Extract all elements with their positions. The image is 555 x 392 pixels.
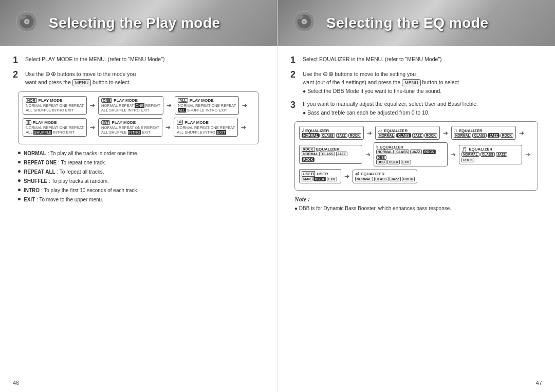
eq-eq2-title: EQUALIZER	[469, 147, 492, 152]
right-step-1: 1 Select EQUALIZER in the MENU. (refer t…	[290, 55, 542, 65]
mode-card-all: ALL PLAY MODE NORMAL REPEAT ONE REPEATAL…	[175, 96, 239, 115]
exit-title: PLAY MODE	[184, 120, 209, 125]
page-container: Selecting the Play mode 1 Select PLAY MO…	[0, 0, 555, 392]
bullet-dot-repeat-one	[18, 161, 21, 163]
left-step-1: 1 Select PLAY MODE in the MENU. (refer t…	[13, 55, 264, 65]
eq-row-1: ♩ EQUALIZER NORMAL CLASS JAZZ ROCK ➔	[299, 126, 533, 140]
bullet-dot-repeat-all	[18, 170, 21, 173]
eq-arrow-1: ➔	[367, 129, 372, 137]
bullet-normal: NORMAL : To play all the tracks in order…	[18, 150, 259, 158]
nor-badge: NOR	[26, 98, 37, 103]
left-content: 1 Select PLAY MODE in the MENU. (refer t…	[0, 46, 277, 213]
bullet-text-shuffle: SHUFFLE : To play tracks at random.	[24, 177, 109, 185]
bullet-dot-exit	[18, 198, 21, 200]
mode-card-shuffle: S PLAY MODE NORMAL REPEAT ONE REPEATALL …	[23, 118, 87, 137]
one-title: PLAY MODE	[114, 98, 138, 103]
eq-card-eq2: 🎵 EQUALIZER NORMAL CLASS JAZZ ROCK	[459, 145, 522, 164]
arrow-1: ➔	[90, 102, 95, 109]
mode-card-nor: NOR PLAY MODE NORMAL REPEAT ONE REPEATAL…	[23, 96, 87, 115]
right-step-2: 2 Use the ⊖ ⊕ buttons to move to the set…	[290, 70, 542, 95]
right-step-2-content: Use the ⊖ ⊕ buttons to move to the setti…	[303, 70, 460, 95]
bullet-exit: EXIT : To move to the upper menu.	[18, 196, 259, 204]
mode-card-one: ONE PLAY MODE NORMAL REPEAT ONE REPEATAL…	[98, 96, 163, 115]
right-banner-title: Selecting the EQ mode	[326, 15, 488, 31]
note-text: ● DBB is for Dynamic Bass Booster, which…	[294, 206, 538, 211]
right-step-3: 3 If you want to manually adjust the equ…	[290, 100, 542, 116]
nor-labels: NORMAL REPEAT ONE REPEATALL SHUFFLE INTR…	[26, 103, 84, 113]
eq-user-title: USER	[317, 172, 328, 176]
s-title: PLAY MODE	[33, 120, 57, 125]
eq-class-labels: NORMAL CLASS JAZZ ROCK	[378, 133, 437, 138]
one-badge: ONE	[101, 98, 112, 103]
s-badge: S	[26, 120, 31, 125]
eq-dbb-labels2: DBB USER EXIT	[376, 160, 445, 164]
right-content: 1 Select EQUALIZER in the MENU. (refer t…	[278, 46, 555, 219]
eq-rock-labels: NORMAL CLASS JAZZ ROCK	[302, 152, 360, 162]
right-banner: Selecting the EQ mode	[278, 0, 555, 46]
cd-icon	[15, 10, 41, 36]
bullet-dot-intro	[18, 189, 21, 191]
bullet-shuffle: SHUFFLE : To play tracks at random.	[18, 177, 259, 185]
bullet-dot-shuffle	[18, 179, 21, 182]
eq-dbb-title: EQUALIZER	[380, 145, 403, 150]
eq-rock-title: EQUALIZER	[316, 147, 340, 152]
diagram-row-2: S PLAY MODE NORMAL REPEAT ONE REPEATALL …	[23, 118, 254, 137]
right-step-1-num: 1	[290, 55, 299, 65]
svg-point-3	[26, 21, 28, 23]
bullet-list: NORMAL : To play all the tracks in order…	[18, 150, 259, 204]
step-1-text: Select PLAY MODE in the MENU. (refer to …	[25, 55, 264, 63]
eq-arrow-6: ➔	[525, 151, 530, 158]
bullet-dot-normal	[18, 152, 21, 154]
eq-class-title: EQUALIZER	[384, 128, 408, 133]
bullet-text-intro: INTRO : To play the first 10 seconds of …	[24, 186, 138, 195]
exit-badge: ⏎	[177, 120, 183, 125]
left-banner-title: Selecting the Play mode	[49, 15, 220, 31]
note-title: Note :	[294, 196, 538, 203]
right-page-num: 47	[536, 380, 542, 386]
mode-card-exit: ⏎ PLAY MODE NORMAL REPEAT ONE REPEATALL …	[174, 118, 238, 137]
mode-card-int: INT PLAY MODE NORMAL REPEAT ONE REPEATAL…	[98, 118, 162, 137]
one-labels: NORMAL REPEAT ONE REPEATALL SHUFFLE INTR…	[101, 103, 160, 113]
right-step-3-text: If you want to manually adjust the equal…	[303, 100, 478, 108]
right-step-3-content: If you want to manually adjust the equal…	[303, 100, 478, 116]
eq-user-labels: MAN USER EXIT	[302, 177, 339, 181]
left-page-num: 46	[13, 380, 19, 386]
s-labels: NORMAL REPEAT ONE REPEATALL SHUFFLE INTR…	[26, 125, 84, 135]
int-title: PLAY MODE	[112, 120, 136, 125]
int-badge: INT	[101, 120, 110, 125]
eq-normal-title: EQUALIZER	[305, 128, 329, 133]
bullet-text-normal: NORMAL : To play all the tracks in order…	[24, 150, 138, 158]
eq-diagram: ♩ EQUALIZER NORMAL CLASS JAZZ ROCK ➔	[294, 121, 538, 191]
svg-point-8	[303, 21, 305, 23]
bullet-repeat-one: REPEAT ONE : To repeat one track.	[18, 159, 259, 167]
right-step-3-sub: ● Bass and treble can each be adjusted f…	[303, 109, 478, 117]
int-labels: NORMAL REPEAT ONE REPEATALL SHUFFLE INTR…	[101, 125, 159, 135]
eq-arrow-5: ➔	[451, 151, 456, 158]
step-2-num: 2	[13, 70, 21, 79]
exit-labels: NORMAL REPEAT ONE REPEATALL SHUFFLE INTR…	[177, 125, 235, 135]
right-panel: Selecting the EQ mode 1 Select EQUALIZER…	[278, 0, 555, 392]
eq-eq2-labels: NORMAL CLASS JAZZ ROCK	[461, 152, 520, 162]
step-2-text: Use the ⊖ ⊕ buttons to move to the mode …	[25, 70, 264, 86]
arrow-6: ➔	[241, 124, 246, 131]
eq-final-title: EQUALIZER	[361, 172, 384, 176]
eq-card-rock: ROCK EQUALIZER NORMAL CLASS JAZZ ROCK	[299, 145, 362, 164]
right-step-1-text: Select EQUALIZER in the MENU. (refer to …	[303, 55, 542, 63]
eq-jazz-labels: NORMAL CLASS JAZZ ROCK	[454, 133, 513, 138]
diagram-row-1: NOR PLAY MODE NORMAL REPEAT ONE REPEATAL…	[23, 96, 254, 115]
step-1-num: 1	[13, 55, 21, 65]
bullet-text-repeat-one: REPEAT ONE : To repeat one track.	[24, 159, 106, 167]
right-cd-icon	[293, 10, 319, 36]
eq-jazz-title: EQUALIZER	[459, 128, 483, 133]
play-mode-diagram: NOR PLAY MODE NORMAL REPEAT ONE REPEATAL…	[18, 91, 259, 144]
eq-dbb-labels: NORMAL CLASS JAZZ ROCK DBB	[376, 150, 445, 160]
nor-title: PLAY MODE	[39, 98, 63, 103]
left-step-2: 2 Use the ⊖ ⊕ buttons to move to the mod…	[13, 70, 264, 86]
eq-card-final: ⏎ EQUALIZER NORMAL CLASS JAZZ ROCK	[353, 170, 417, 183]
bullet-text-repeat-all: REPEAT ALL : To repeat all tracks.	[24, 168, 104, 176]
arrow-3: ➔	[242, 102, 247, 109]
right-step-2-sub: ● Select the DBB Mode if you want to fin…	[303, 87, 460, 95]
all-title: PLAY MODE	[190, 98, 214, 103]
eq-card-user: USER USER MAN USER EXIT	[299, 169, 341, 183]
all-badge: ALL	[178, 98, 188, 103]
